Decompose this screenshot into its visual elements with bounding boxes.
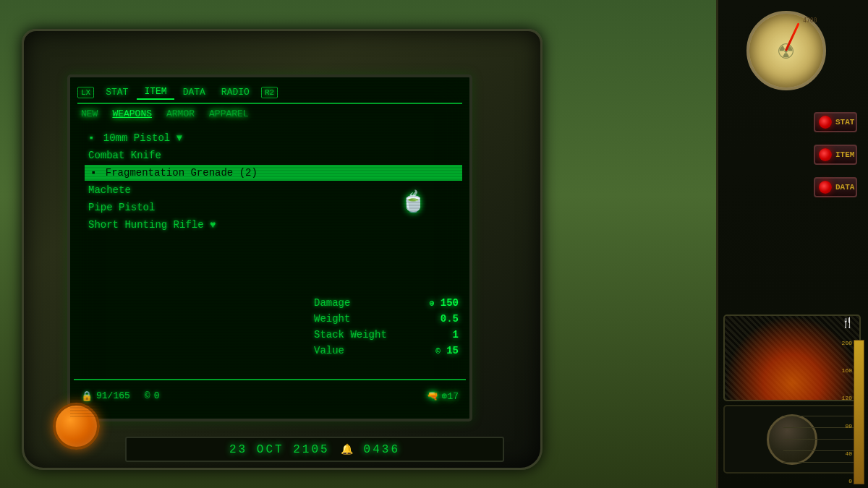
grenade-icon: 🍵 <box>401 189 426 214</box>
tab-data[interactable]: DATA <box>176 85 213 99</box>
stat-row-damage: Damage ⊕ 150 <box>314 297 459 309</box>
weapon-list: ▪ 10mm Pistol ▼ Combat Knife ▪ Fragmenta… <box>77 130 462 233</box>
subtab-apparel[interactable]: APPAREL <box>209 108 249 119</box>
data-led <box>819 181 832 194</box>
selected-bullet-icon: ▪ <box>90 167 96 179</box>
lock-icon: 🔒 <box>81 390 93 402</box>
data-button[interactable]: DATA <box>814 177 857 197</box>
weapon-item-frag-grenade[interactable]: ▪ Fragmentation Grenade (2) <box>85 165 462 181</box>
pipboy-screen: LX STAT ITEM DATA RADIO R2 NEW WEAPONS A… <box>67 74 472 421</box>
status-bar: 🔒 91/165 © 0 🔫 ⊕17 <box>74 379 466 411</box>
screen-content: LX STAT ITEM DATA RADIO R2 NEW WEAPONS A… <box>70 77 469 419</box>
tab-radio[interactable]: RADIO <box>214 85 257 99</box>
stat-row-stack-weight: Stack Weight 1 <box>314 329 459 341</box>
pipboy-casing: LX STAT ITEM DATA RADIO R2 NEW WEAPONS A… <box>22 29 542 470</box>
stat-led <box>819 116 832 129</box>
weapon-item-10mm[interactable]: ▪ 10mm Pistol ▼ <box>85 130 462 146</box>
gauge-meter: ☢ 4700 <box>746 11 841 105</box>
weapon-status: 🔫 ⊕17 <box>427 390 459 402</box>
scale-mark: 40 <box>838 450 852 457</box>
weapon-item-combat-knife[interactable]: Combat Knife <box>85 147 462 163</box>
scale-mark: 80 <box>838 423 852 429</box>
scale-mark: 120 <box>838 395 852 401</box>
item-btn-label: ITEM <box>835 150 854 159</box>
data-btn-label: DATA <box>835 183 854 192</box>
subtab-new[interactable]: NEW <box>81 108 98 119</box>
pipboy-device: LX STAT ITEM DATA RADIO R2 NEW WEAPONS A… <box>22 29 542 470</box>
stat-button[interactable]: STAT <box>814 112 857 132</box>
date-display: 23 OCT 2105 <box>229 443 330 456</box>
stat-row-value: Value © 15 <box>314 345 459 356</box>
item-led <box>819 148 832 161</box>
time-display: 0436 <box>364 443 400 456</box>
tab-stat[interactable]: STAT <box>98 85 135 99</box>
carry-weight-status: 🔒 91/165 <box>81 390 130 402</box>
right-panel: ☢ 4700 STAT ITEM DATA <box>716 0 868 488</box>
stats-panel: Damage ⊕ 150 Weight 0.5 Stack Weight 1 <box>314 297 459 361</box>
weapon-icon: 🔫 <box>427 390 438 402</box>
power-button[interactable] <box>53 403 100 450</box>
subtabs-row: NEW WEAPONS ARMOR APPAREL <box>77 108 462 119</box>
tab-item[interactable]: ITEM <box>137 85 174 100</box>
subtab-weapons[interactable]: WEAPONS <box>112 108 152 119</box>
item-button[interactable]: ITEM <box>814 145 857 165</box>
caps-status-icon: © <box>145 390 150 401</box>
stat-row-weight: Weight 0.5 <box>314 313 459 325</box>
scale-mark: 160 <box>838 367 852 374</box>
scale-mark: 0 <box>838 478 852 484</box>
scale-mark: 200 <box>838 340 852 346</box>
bell-icon: 🔔 <box>341 443 353 455</box>
stat-btn-label: STAT <box>835 118 854 127</box>
scale-bar <box>854 340 864 484</box>
utensil-icon: 🍴 <box>841 317 854 329</box>
damage-icon: ⊕ <box>430 299 435 308</box>
scale-marks: 0 40 80 120 160 200 <box>838 340 852 484</box>
tab-r2[interactable]: R2 <box>261 87 278 98</box>
weapon-item-hunting-rifle[interactable]: Short Hunting Rifle ♥ <box>85 217 462 233</box>
tab-lx[interactable]: LX <box>77 87 94 98</box>
bullet-icon: ▪ <box>88 132 94 144</box>
subtab-armor[interactable]: ARMOR <box>166 108 195 119</box>
tabs-row: LX STAT ITEM DATA RADIO R2 <box>77 85 462 104</box>
caps-status: © 0 <box>145 390 160 401</box>
caps-icon: © <box>435 347 441 356</box>
datetime-bar: 23 OCT 2105 🔔 0436 <box>125 437 504 462</box>
gauge-circle: ☢ 4700 <box>746 11 826 90</box>
